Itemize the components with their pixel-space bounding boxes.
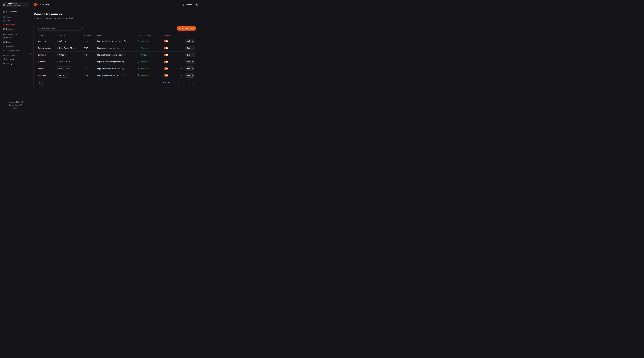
copy-url-button[interactable] (122, 47, 124, 49)
sidebar-item-domains[interactable]: Domains (2, 27, 28, 31)
documentation-link[interactable]: Documentation (0, 104, 30, 106)
arrow-right-icon (191, 68, 193, 70)
copy-url-button[interactable] (124, 75, 126, 76)
arrow-up-right-icon (73, 47, 75, 49)
authentication-status: Protected (136, 47, 162, 49)
shield-check-icon (138, 74, 140, 76)
mail-check-icon (3, 45, 5, 47)
edit-button[interactable]: Edit (185, 53, 195, 57)
enabled-toggle[interactable] (164, 47, 168, 49)
copy-icon (122, 47, 124, 49)
authentication-label: Protected (140, 74, 148, 76)
access-url: https://bitwarden.example.com (97, 54, 122, 56)
edit-button[interactable]: Edit (185, 39, 195, 44)
sidebar-item-users[interactable]: Users (2, 36, 28, 40)
avatar[interactable]: M (194, 3, 199, 7)
copy-url-button[interactable] (124, 40, 126, 42)
page-size-select[interactable]: 20 (37, 81, 45, 85)
copy-icon (124, 40, 126, 42)
sidebar-item-api-keys[interactable]: API Keys (2, 58, 28, 61)
edit-button[interactable]: Edit (185, 46, 195, 50)
protocol-value: TCP (83, 61, 96, 63)
access-cell: https://grafana.example.com (96, 61, 136, 63)
shield-check-icon (138, 68, 140, 70)
row-actions: Edit (179, 53, 196, 57)
edit-label: Edit (187, 74, 190, 76)
enabled-cell (162, 67, 179, 70)
sidebar-item-server-admin[interactable]: Server Admin (2, 10, 28, 14)
edit-button[interactable]: Edit (185, 60, 195, 64)
table-row-immich: ImmichHome LabTCPhttps://immich.example.… (37, 65, 196, 72)
sidebar-item-label: Sites (6, 20, 10, 22)
access-cell: https://immich.example.com (96, 68, 136, 70)
column-header-name[interactable]: Name (37, 34, 56, 36)
copy-url-button[interactable] (122, 61, 124, 63)
site-link-home-lab[interactable]: Home Lab (58, 67, 72, 71)
edit-button[interactable]: Edit (185, 67, 195, 71)
gear-icon (3, 63, 5, 65)
row-menu-button[interactable] (181, 54, 183, 56)
column-header-site[interactable]: Site (56, 34, 83, 36)
search-box (37, 26, 82, 31)
site-label: Office (59, 40, 64, 42)
shield-check-icon (138, 47, 140, 49)
sidebar-item-sites[interactable]: Sites (2, 19, 28, 22)
enabled-toggle[interactable] (164, 67, 168, 70)
column-header-authentication[interactable]: Authentication (136, 34, 162, 36)
arrow-up-down-icon (46, 35, 47, 36)
row-menu-button[interactable] (181, 74, 183, 76)
user-icon (3, 37, 5, 39)
search-input[interactable] (41, 28, 81, 30)
row-menu-button[interactable] (181, 47, 183, 49)
column-label: Name (40, 34, 45, 36)
site-link-aws-vpc[interactable]: AWS VPC (58, 60, 72, 64)
pangolin-logo (34, 3, 38, 7)
site-link-office[interactable]: Office (58, 39, 68, 44)
previous-page-button[interactable] (182, 81, 186, 85)
chevron-down-icon (42, 82, 44, 83)
page-header: Manage Resources Create secure proxies t… (34, 12, 199, 19)
chevrons-up-down-icon (25, 4, 27, 6)
sidebar-item-settings[interactable]: Settings (2, 62, 28, 65)
row-actions: Edit (179, 60, 196, 64)
site-link-office[interactable]: Office (58, 73, 68, 78)
row-menu-button[interactable] (181, 40, 183, 42)
add-resource-button[interactable]: Add Resource (177, 26, 196, 31)
enabled-cell (162, 61, 179, 63)
copy-icon (122, 61, 124, 63)
enabled-toggle[interactable] (164, 74, 168, 77)
enabled-toggle[interactable] (164, 61, 168, 63)
protocol-value: TCP (83, 54, 96, 56)
next-page-button[interactable] (187, 81, 191, 85)
edit-label: Edit (187, 40, 190, 42)
last-page-button[interactable] (192, 81, 196, 85)
ellipsis-icon (181, 40, 183, 42)
protocol-value: TCP (83, 68, 96, 70)
site-label: Office (59, 54, 64, 56)
sidebar-item-shareable-links[interactable]: Shareable Links (2, 49, 28, 52)
site-link-office[interactable]: Office (58, 53, 68, 57)
edit-button[interactable]: Edit (185, 73, 195, 78)
row-actions: Edit (179, 46, 196, 50)
org-selector[interactable]: Organization milo@fossorial.io's ... (2, 2, 28, 7)
table-row-authentik: AuthentikOfficeTCPhttps://authentik.exam… (37, 38, 196, 45)
sidebar-resize-handle[interactable] (30, 53, 30, 55)
add-resource-label: Add Resource (182, 28, 194, 30)
sidebar-item-resources[interactable]: Resources (2, 23, 28, 27)
copy-url-button[interactable] (122, 68, 124, 70)
enabled-toggle[interactable] (164, 40, 168, 42)
brand[interactable]: PANGOLIN (34, 3, 50, 7)
site-link-edge-device-01[interactable]: Edge Device 01 (58, 46, 76, 50)
copy-url-button[interactable] (124, 54, 126, 56)
resource-name: Battery Monitor (37, 47, 56, 49)
site-label: Home Lab (59, 68, 68, 70)
first-page-button[interactable] (177, 81, 181, 85)
enabled-toggle[interactable] (164, 54, 168, 56)
theme-selector[interactable]: System (182, 4, 192, 6)
sidebar-item-roles[interactable]: Roles (2, 40, 28, 44)
sidebar-item-invitations[interactable]: Invitations (2, 45, 28, 48)
community-edition-link[interactable]: Community Edition (0, 101, 30, 104)
row-menu-button[interactable] (181, 61, 183, 63)
table-row-battery-monitor: Battery MonitorEdge Device 01TCPhttps://… (37, 45, 196, 52)
row-menu-button[interactable] (181, 68, 183, 70)
